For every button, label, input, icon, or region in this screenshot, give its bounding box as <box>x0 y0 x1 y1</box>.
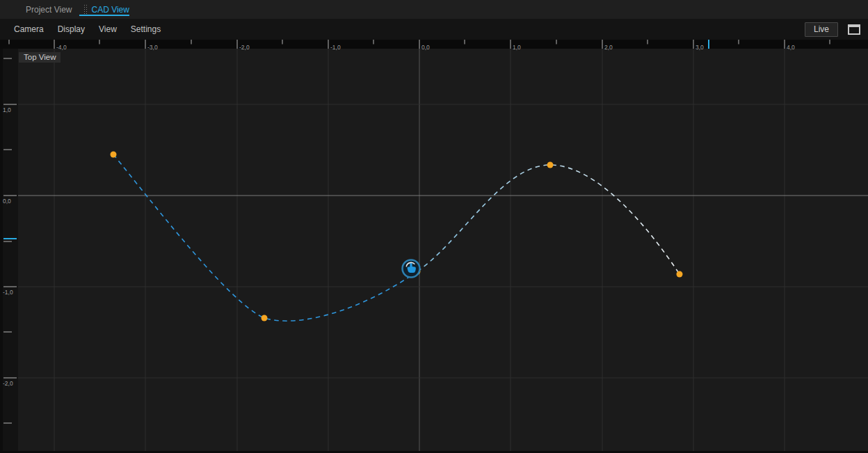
ruler-label: 1,0 <box>513 44 521 51</box>
maximize-icon[interactable] <box>848 24 860 35</box>
menu-display[interactable]: Display <box>58 24 85 34</box>
ruler-label: 0,0 <box>3 198 11 205</box>
ruler-label: -3,0 <box>147 44 158 51</box>
ruler-label: -2,0 <box>3 380 13 387</box>
control-point[interactable] <box>547 162 554 168</box>
viewport-label-top-view[interactable]: Top View <box>19 52 61 63</box>
menu-view[interactable]: View <box>99 24 117 34</box>
ruler-label: 3,0 <box>696 44 704 51</box>
menubar-right: Live <box>805 22 868 37</box>
ruler-label: -1,0 <box>330 44 341 51</box>
active-tab-underline <box>79 15 129 16</box>
tab-cad-view-group: CAD View <box>84 0 129 19</box>
live-button[interactable]: Live <box>805 22 838 37</box>
ruler-label: 2,0 <box>604 44 613 51</box>
ruler-label: 1,0 <box>3 106 11 113</box>
control-point[interactable] <box>111 152 117 158</box>
menu-camera[interactable]: Camera <box>14 24 44 34</box>
tab-bar: Project View CAD View <box>0 0 868 19</box>
ruler-label: -4,0 <box>56 44 67 51</box>
ruler-label: 4,0 <box>787 44 795 51</box>
ruler-label: -1,0 <box>3 289 13 296</box>
top-ruler <box>0 40 868 49</box>
menu-bar: Camera Display View Settings Live <box>0 19 868 40</box>
menu-settings[interactable]: Settings <box>131 24 161 34</box>
cad-canvas[interactable]: -4,0-3,0-2,0-1,00,01,02,03,04,01,00,0-1,… <box>0 0 868 453</box>
tab-cad-view[interactable]: CAD View <box>91 5 129 15</box>
control-point[interactable] <box>677 271 683 278</box>
ruler-label: 0,0 <box>421 44 430 51</box>
hand-cursor-icon <box>403 260 420 278</box>
control-point[interactable] <box>262 315 268 321</box>
tab-project-view[interactable]: Project View <box>26 5 72 15</box>
ruler-label: -2,0 <box>239 44 250 51</box>
cad-application-window: Project View CAD View Camera Display Vie… <box>0 0 868 453</box>
drag-handle-icon[interactable] <box>84 5 87 14</box>
